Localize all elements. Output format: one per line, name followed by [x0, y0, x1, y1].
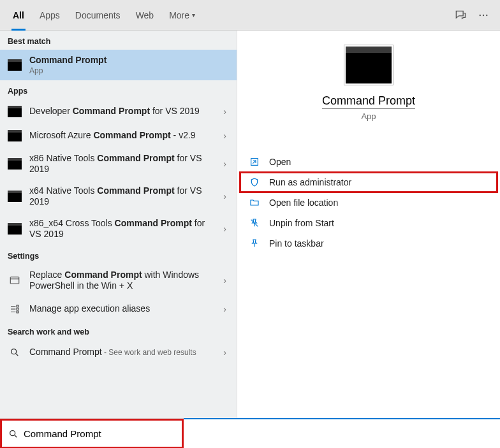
- svg-rect-4: [17, 305, 18, 307]
- search-box[interactable]: [0, 419, 184, 448]
- result-subtitle: App: [29, 66, 229, 75]
- shield-icon: [249, 177, 260, 188]
- action-open-file-location[interactable]: Open file location: [240, 192, 497, 213]
- tab-label: More: [169, 10, 189, 20]
- chevron-right-icon[interactable]: ›: [221, 304, 229, 314]
- action-label: Unpin from Start: [269, 218, 334, 228]
- tab-label: Documents: [75, 10, 121, 20]
- tab-documents[interactable]: Documents: [68, 0, 128, 31]
- result-best-match[interactable]: Command Prompt App: [0, 50, 237, 80]
- chevron-right-icon[interactable]: ›: [221, 191, 229, 201]
- action-label: Run as administrator: [269, 177, 351, 187]
- app-large-icon: [344, 45, 393, 85]
- svg-point-0: [480, 14, 481, 15]
- action-open[interactable]: Open: [240, 152, 497, 172]
- command-prompt-icon: [8, 58, 22, 72]
- open-icon: [249, 156, 260, 168]
- tab-web[interactable]: Web: [128, 0, 162, 31]
- action-run-as-administrator[interactable]: Run as administrator: [240, 172, 497, 192]
- tab-label: Apps: [40, 10, 60, 20]
- pin-icon: [249, 238, 260, 249]
- detail-subtitle: App: [361, 112, 376, 121]
- more-options-icon[interactable]: [472, 4, 495, 27]
- result-app[interactable]: x86_x64 Cross Tools Command Prompt for V…: [0, 213, 237, 245]
- folder-icon: [249, 197, 260, 208]
- svg-rect-6: [17, 311, 18, 313]
- result-app[interactable]: x86 Native Tools Command Prompt for VS 2…: [0, 148, 237, 180]
- svg-point-7: [11, 349, 17, 354]
- tab-apps[interactable]: Apps: [32, 0, 68, 31]
- unpin-icon: [249, 217, 260, 229]
- feedback-icon[interactable]: [449, 4, 472, 27]
- chevron-right-icon[interactable]: ›: [221, 347, 229, 358]
- section-header-web: Search work and web: [0, 321, 237, 340]
- search-icon: [8, 429, 18, 439]
- svg-point-1: [483, 14, 484, 15]
- chevron-down-icon: ▾: [192, 11, 195, 18]
- chevron-right-icon[interactable]: ›: [221, 159, 229, 169]
- action-label: Open: [269, 157, 291, 167]
- section-header-apps: Apps: [0, 80, 237, 99]
- tab-all[interactable]: All: [5, 0, 32, 31]
- action-unpin-from-start[interactable]: Unpin from Start: [240, 213, 497, 233]
- result-setting[interactable]: Replace Command Prompt with Windows Powe…: [0, 264, 237, 297]
- command-prompt-icon: [8, 105, 22, 119]
- detail-panel: Command Prompt App Open Run as administr…: [237, 31, 500, 418]
- terminal-setting-icon: [8, 273, 22, 287]
- search-input[interactable]: [24, 428, 175, 439]
- filter-tabbar: All Apps Documents Web More▾: [0, 0, 500, 31]
- command-prompt-icon: [8, 157, 22, 171]
- svg-point-9: [10, 430, 15, 435]
- result-setting[interactable]: Manage app execution aliases ›: [0, 297, 237, 321]
- result-app[interactable]: Developer Command Prompt for VS 2019 ›: [0, 99, 237, 124]
- command-prompt-icon: [8, 129, 22, 143]
- search-row: [0, 418, 500, 448]
- svg-rect-5: [17, 308, 18, 310]
- svg-rect-3: [10, 277, 19, 284]
- result-app[interactable]: x64 Native Tools Command Prompt for VS 2…: [0, 180, 237, 213]
- results-panel: Best match Command Prompt App Apps Devel…: [0, 31, 237, 418]
- svg-point-2: [486, 14, 487, 15]
- detail-title[interactable]: Command Prompt: [322, 94, 415, 109]
- command-prompt-icon: [8, 222, 22, 236]
- chevron-right-icon[interactable]: ›: [221, 224, 229, 234]
- aliases-setting-icon: [8, 302, 22, 316]
- tab-more[interactable]: More▾: [161, 0, 203, 31]
- action-pin-to-taskbar[interactable]: Pin to taskbar: [240, 233, 497, 254]
- section-header-settings: Settings: [0, 245, 237, 264]
- search-icon: [8, 345, 22, 359]
- result-title: Command Prompt: [29, 55, 107, 65]
- action-list: Open Run as administrator Open file loca…: [237, 152, 500, 254]
- search-underline: [184, 418, 500, 448]
- result-app[interactable]: Microsoft Azure Command Prompt - v2.9 ›: [0, 124, 237, 148]
- command-prompt-icon: [8, 189, 22, 203]
- chevron-right-icon[interactable]: ›: [221, 106, 229, 117]
- chevron-right-icon[interactable]: ›: [221, 131, 229, 141]
- chevron-right-icon[interactable]: ›: [221, 275, 229, 285]
- tab-label: All: [13, 10, 24, 20]
- section-header-best-match: Best match: [0, 31, 237, 50]
- tab-label: Web: [136, 10, 154, 20]
- action-label: Open file location: [269, 198, 338, 208]
- result-web[interactable]: Command Prompt - See work and web result…: [0, 340, 237, 365]
- action-label: Pin to taskbar: [269, 238, 324, 249]
